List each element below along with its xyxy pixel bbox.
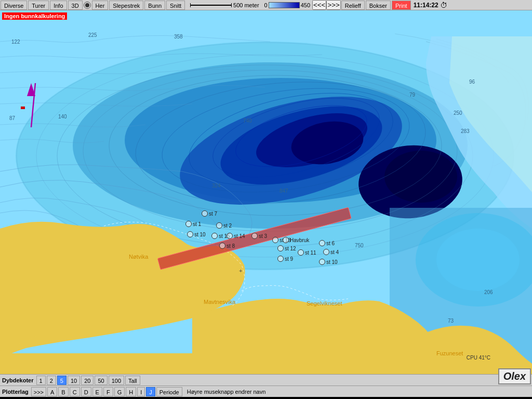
station-circle xyxy=(319,240,325,246)
svg-point-21 xyxy=(436,229,520,291)
station-circle xyxy=(187,231,193,237)
bokser-button[interactable]: Bokser xyxy=(366,1,391,10)
station-label: st 3 xyxy=(259,233,267,239)
info-button[interactable]: Info xyxy=(50,1,66,10)
station-label: st 4 xyxy=(330,249,339,255)
depth-max-label: 450 xyxy=(301,2,310,8)
toolbar: Diverse Turer Info 3D Her Slepestrek Bun… xyxy=(0,0,532,10)
station-label: st 10 xyxy=(194,232,206,237)
station-st4[interactable]: st 4 xyxy=(323,249,339,255)
station-label: st 7 xyxy=(209,211,217,217)
station-circle xyxy=(283,237,289,243)
station-circle xyxy=(219,243,225,249)
map-area[interactable]: + Ingen bunnkalkulering Nøtvika Mavtnesv… xyxy=(0,10,532,374)
grid-d-button[interactable]: D xyxy=(81,387,91,396)
station-label: st 9 xyxy=(285,256,293,262)
plotterlag-nav-button[interactable]: >>> xyxy=(31,387,46,396)
svg-text:+: + xyxy=(239,268,242,274)
scale-bar: 500 meter xyxy=(189,2,259,8)
grid-j-button[interactable]: J xyxy=(146,387,155,396)
station-label: Havbruk xyxy=(290,237,309,243)
station-circle xyxy=(323,249,329,255)
map-svg: + xyxy=(0,10,532,374)
depth-2-button[interactable]: 2 xyxy=(47,376,56,385)
station-label: st 11 xyxy=(305,250,316,256)
station-st10b[interactable]: st 10 xyxy=(187,231,206,237)
depth-gradient xyxy=(269,2,300,8)
svg-point-9 xyxy=(384,151,457,203)
scale-label: 500 meter xyxy=(233,2,259,8)
station-st12[interactable]: st 12 xyxy=(277,245,296,251)
station-circle xyxy=(272,237,278,243)
station-st2[interactable]: st 2 xyxy=(216,222,232,229)
snitt-button[interactable]: Snitt xyxy=(166,1,185,10)
station-circle xyxy=(185,221,192,227)
station-label: st 6 xyxy=(326,241,335,246)
station-label: st 2 xyxy=(223,223,232,229)
station-st3[interactable]: st 3 xyxy=(251,233,267,239)
grid-b-button[interactable]: B xyxy=(58,387,68,396)
3d-button[interactable]: 3D xyxy=(68,1,83,10)
depth-5-button[interactable]: 5 xyxy=(57,376,66,385)
grid-f-button[interactable]: F xyxy=(103,387,113,396)
station-circle xyxy=(319,259,325,265)
station-circle xyxy=(202,210,208,217)
station-label: st 12 xyxy=(285,246,296,251)
grid-a-button[interactable]: A xyxy=(47,387,57,396)
info-text: Høyre museknapp endrer navn xyxy=(187,389,266,395)
station-st14[interactable]: st 14 xyxy=(227,233,245,239)
station-circle xyxy=(277,256,284,262)
depth-100-button[interactable]: 100 xyxy=(109,376,124,385)
grid-e-button[interactable]: E xyxy=(92,387,102,396)
depth-1-button[interactable]: 1 xyxy=(36,376,46,385)
station-label: st 14 xyxy=(234,233,245,239)
station-label: st 1 xyxy=(193,221,201,227)
plotterlag-label: Plotterlag xyxy=(2,389,29,395)
station-st9[interactable]: st 9 xyxy=(277,256,293,262)
bunn-button[interactable]: Bunn xyxy=(144,1,165,10)
her-button[interactable]: Her xyxy=(92,1,109,10)
print-button[interactable]: Print xyxy=(392,1,411,10)
station-havrbruk[interactable]: Havbruk xyxy=(283,237,309,243)
depth-50-button[interactable]: 50 xyxy=(95,376,107,385)
depth-bar: 0 450 xyxy=(264,2,310,8)
grid-h-button[interactable]: H xyxy=(126,387,136,396)
bottom-dybdekoter-bar: Dybdekoter 1 2 5 10 20 50 100 Tall Olex xyxy=(0,374,532,385)
periode-button[interactable]: Periode xyxy=(156,387,182,396)
grid-i-button[interactable]: I xyxy=(137,387,145,396)
olex-logo: Olex xyxy=(498,368,531,384)
station-label: st 10 xyxy=(326,259,338,265)
relieff-button[interactable]: Relieff xyxy=(341,1,365,10)
svg-rect-26 xyxy=(21,107,25,109)
nav-right-button[interactable]: >>> xyxy=(326,0,340,10)
station-circle xyxy=(251,233,258,239)
depth-20-button[interactable]: 20 xyxy=(81,376,94,385)
station-st7[interactable]: st 7 xyxy=(202,210,217,217)
depth-min-label: 0 xyxy=(264,2,268,8)
dybdekoter-label: Dybdekoter xyxy=(2,377,34,383)
station-circle xyxy=(277,245,284,251)
slepestrek-button[interactable]: Slepestrek xyxy=(109,1,143,10)
turer-button[interactable]: Turer xyxy=(28,1,49,10)
her-radio[interactable] xyxy=(84,2,91,9)
clock-icon: ⏱ xyxy=(440,1,447,9)
station-st10[interactable]: st 10 xyxy=(319,259,338,265)
grid-c-button[interactable]: C xyxy=(70,387,80,396)
grid-g-button[interactable]: G xyxy=(114,387,125,396)
station-circle xyxy=(211,233,218,239)
depth-tall-button[interactable]: Tall xyxy=(125,376,140,385)
station-st11[interactable]: st 11 xyxy=(298,249,316,256)
diverse-button[interactable]: Diverse xyxy=(1,1,27,10)
plotterlag-bar: Plotterlag >>> A B C D E F G H I J Perio… xyxy=(0,385,532,397)
time-display: 11:14:22 xyxy=(414,2,438,9)
warning-label: Ingen bunnkalkulering xyxy=(2,12,67,20)
cpu-text: CPU 41°C xyxy=(467,355,490,361)
nav-left-button[interactable]: <<< xyxy=(312,0,326,10)
station-circle xyxy=(227,233,233,239)
station-circle xyxy=(298,249,304,256)
station-st6[interactable]: st 6 xyxy=(319,240,335,246)
station-st8[interactable]: st 8 xyxy=(219,243,235,249)
station-st1[interactable]: st 1 xyxy=(185,221,201,227)
station-circle xyxy=(216,222,222,229)
depth-10-button[interactable]: 10 xyxy=(68,376,80,385)
